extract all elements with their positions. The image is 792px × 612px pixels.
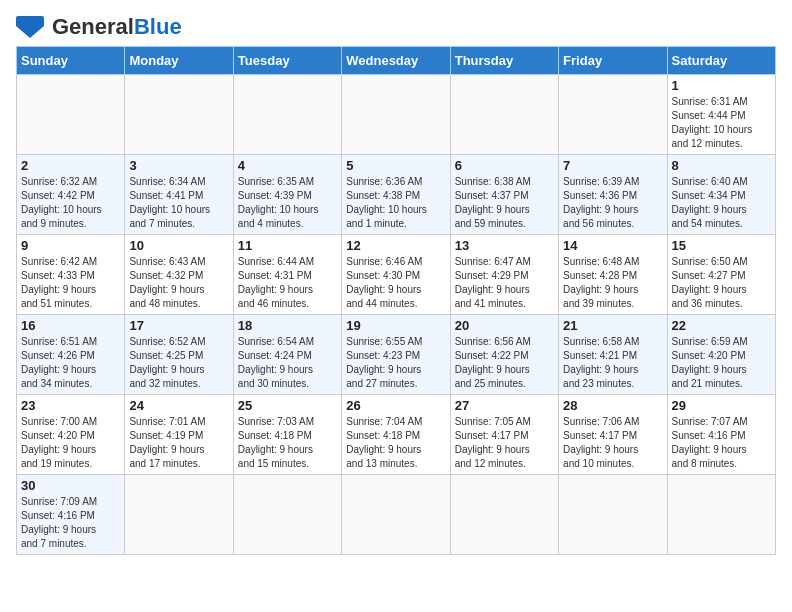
weekday-header-monday: Monday (125, 47, 233, 75)
logo-text-block: GeneralBlue (52, 16, 182, 38)
calendar-cell (559, 475, 667, 555)
calendar-cell: 14Sunrise: 6:48 AM Sunset: 4:28 PM Dayli… (559, 235, 667, 315)
day-number: 15 (672, 238, 771, 253)
calendar-cell: 8Sunrise: 6:40 AM Sunset: 4:34 PM Daylig… (667, 155, 775, 235)
weekday-header-sunday: Sunday (17, 47, 125, 75)
day-number: 14 (563, 238, 662, 253)
day-number: 30 (21, 478, 120, 493)
day-number: 26 (346, 398, 445, 413)
calendar-cell: 10Sunrise: 6:43 AM Sunset: 4:32 PM Dayli… (125, 235, 233, 315)
day-info: Sunrise: 7:07 AM Sunset: 4:16 PM Dayligh… (672, 415, 771, 471)
calendar-cell: 11Sunrise: 6:44 AM Sunset: 4:31 PM Dayli… (233, 235, 341, 315)
day-number: 8 (672, 158, 771, 173)
calendar-week-2: 2Sunrise: 6:32 AM Sunset: 4:42 PM Daylig… (17, 155, 776, 235)
page-header: GeneralBlue (16, 16, 776, 38)
logo-icon (16, 16, 44, 38)
day-number: 11 (238, 238, 337, 253)
day-number: 18 (238, 318, 337, 333)
day-number: 6 (455, 158, 554, 173)
calendar-week-6: 30Sunrise: 7:09 AM Sunset: 4:16 PM Dayli… (17, 475, 776, 555)
weekday-header-tuesday: Tuesday (233, 47, 341, 75)
day-info: Sunrise: 6:59 AM Sunset: 4:20 PM Dayligh… (672, 335, 771, 391)
calendar-cell: 13Sunrise: 6:47 AM Sunset: 4:29 PM Dayli… (450, 235, 558, 315)
day-info: Sunrise: 7:00 AM Sunset: 4:20 PM Dayligh… (21, 415, 120, 471)
day-info: Sunrise: 6:54 AM Sunset: 4:24 PM Dayligh… (238, 335, 337, 391)
logo-text: GeneralBlue (52, 16, 182, 38)
day-info: Sunrise: 6:39 AM Sunset: 4:36 PM Dayligh… (563, 175, 662, 231)
day-number: 25 (238, 398, 337, 413)
day-number: 16 (21, 318, 120, 333)
day-number: 13 (455, 238, 554, 253)
calendar-cell: 21Sunrise: 6:58 AM Sunset: 4:21 PM Dayli… (559, 315, 667, 395)
calendar-cell: 28Sunrise: 7:06 AM Sunset: 4:17 PM Dayli… (559, 395, 667, 475)
day-info: Sunrise: 6:43 AM Sunset: 4:32 PM Dayligh… (129, 255, 228, 311)
day-number: 9 (21, 238, 120, 253)
calendar-week-1: 1Sunrise: 6:31 AM Sunset: 4:44 PM Daylig… (17, 75, 776, 155)
day-info: Sunrise: 6:42 AM Sunset: 4:33 PM Dayligh… (21, 255, 120, 311)
day-info: Sunrise: 6:31 AM Sunset: 4:44 PM Dayligh… (672, 95, 771, 151)
calendar-cell (667, 475, 775, 555)
calendar-week-3: 9Sunrise: 6:42 AM Sunset: 4:33 PM Daylig… (17, 235, 776, 315)
calendar-cell: 7Sunrise: 6:39 AM Sunset: 4:36 PM Daylig… (559, 155, 667, 235)
weekday-header-saturday: Saturday (667, 47, 775, 75)
calendar-cell: 23Sunrise: 7:00 AM Sunset: 4:20 PM Dayli… (17, 395, 125, 475)
day-number: 12 (346, 238, 445, 253)
day-number: 1 (672, 78, 771, 93)
day-number: 22 (672, 318, 771, 333)
calendar-cell (17, 75, 125, 155)
day-number: 20 (455, 318, 554, 333)
calendar-cell: 25Sunrise: 7:03 AM Sunset: 4:18 PM Dayli… (233, 395, 341, 475)
day-number: 21 (563, 318, 662, 333)
calendar-cell: 19Sunrise: 6:55 AM Sunset: 4:23 PM Dayli… (342, 315, 450, 395)
day-info: Sunrise: 6:50 AM Sunset: 4:27 PM Dayligh… (672, 255, 771, 311)
calendar-week-5: 23Sunrise: 7:00 AM Sunset: 4:20 PM Dayli… (17, 395, 776, 475)
day-info: Sunrise: 7:03 AM Sunset: 4:18 PM Dayligh… (238, 415, 337, 471)
calendar-cell: 16Sunrise: 6:51 AM Sunset: 4:26 PM Dayli… (17, 315, 125, 395)
day-info: Sunrise: 6:48 AM Sunset: 4:28 PM Dayligh… (563, 255, 662, 311)
day-info: Sunrise: 6:40 AM Sunset: 4:34 PM Dayligh… (672, 175, 771, 231)
calendar-cell: 20Sunrise: 6:56 AM Sunset: 4:22 PM Dayli… (450, 315, 558, 395)
calendar-cell (233, 75, 341, 155)
calendar-cell: 9Sunrise: 6:42 AM Sunset: 4:33 PM Daylig… (17, 235, 125, 315)
day-number: 7 (563, 158, 662, 173)
day-info: Sunrise: 7:04 AM Sunset: 4:18 PM Dayligh… (346, 415, 445, 471)
calendar-cell: 29Sunrise: 7:07 AM Sunset: 4:16 PM Dayli… (667, 395, 775, 475)
weekday-header-row: SundayMondayTuesdayWednesdayThursdayFrid… (17, 47, 776, 75)
day-info: Sunrise: 6:32 AM Sunset: 4:42 PM Dayligh… (21, 175, 120, 231)
calendar-cell (125, 75, 233, 155)
day-info: Sunrise: 6:44 AM Sunset: 4:31 PM Dayligh… (238, 255, 337, 311)
weekday-header-thursday: Thursday (450, 47, 558, 75)
day-number: 5 (346, 158, 445, 173)
day-info: Sunrise: 6:46 AM Sunset: 4:30 PM Dayligh… (346, 255, 445, 311)
calendar-cell (450, 75, 558, 155)
calendar-cell: 1Sunrise: 6:31 AM Sunset: 4:44 PM Daylig… (667, 75, 775, 155)
day-number: 27 (455, 398, 554, 413)
calendar-cell (125, 475, 233, 555)
day-info: Sunrise: 7:01 AM Sunset: 4:19 PM Dayligh… (129, 415, 228, 471)
calendar-cell: 30Sunrise: 7:09 AM Sunset: 4:16 PM Dayli… (17, 475, 125, 555)
calendar-cell: 24Sunrise: 7:01 AM Sunset: 4:19 PM Dayli… (125, 395, 233, 475)
calendar-cell: 17Sunrise: 6:52 AM Sunset: 4:25 PM Dayli… (125, 315, 233, 395)
day-number: 23 (21, 398, 120, 413)
day-number: 17 (129, 318, 228, 333)
day-info: Sunrise: 6:36 AM Sunset: 4:38 PM Dayligh… (346, 175, 445, 231)
day-number: 29 (672, 398, 771, 413)
day-number: 4 (238, 158, 337, 173)
calendar-cell: 27Sunrise: 7:05 AM Sunset: 4:17 PM Dayli… (450, 395, 558, 475)
day-info: Sunrise: 6:52 AM Sunset: 4:25 PM Dayligh… (129, 335, 228, 391)
calendar-cell: 5Sunrise: 6:36 AM Sunset: 4:38 PM Daylig… (342, 155, 450, 235)
day-info: Sunrise: 6:38 AM Sunset: 4:37 PM Dayligh… (455, 175, 554, 231)
calendar-cell: 4Sunrise: 6:35 AM Sunset: 4:39 PM Daylig… (233, 155, 341, 235)
day-info: Sunrise: 7:09 AM Sunset: 4:16 PM Dayligh… (21, 495, 120, 551)
calendar-cell: 12Sunrise: 6:46 AM Sunset: 4:30 PM Dayli… (342, 235, 450, 315)
day-info: Sunrise: 6:35 AM Sunset: 4:39 PM Dayligh… (238, 175, 337, 231)
weekday-header-wednesday: Wednesday (342, 47, 450, 75)
day-info: Sunrise: 6:47 AM Sunset: 4:29 PM Dayligh… (455, 255, 554, 311)
calendar-cell: 15Sunrise: 6:50 AM Sunset: 4:27 PM Dayli… (667, 235, 775, 315)
day-info: Sunrise: 7:06 AM Sunset: 4:17 PM Dayligh… (563, 415, 662, 471)
calendar-cell (450, 475, 558, 555)
calendar-cell (342, 475, 450, 555)
calendar-cell: 22Sunrise: 6:59 AM Sunset: 4:20 PM Dayli… (667, 315, 775, 395)
day-number: 2 (21, 158, 120, 173)
day-number: 19 (346, 318, 445, 333)
